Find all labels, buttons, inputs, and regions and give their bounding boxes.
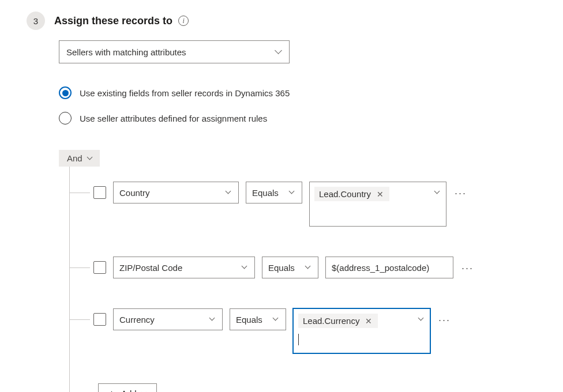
chevron-down-icon[interactable] bbox=[434, 189, 441, 196]
value-input[interactable]: Lead.Country ✕ bbox=[309, 182, 446, 227]
operator-selector[interactable]: Equals bbox=[262, 257, 318, 278]
chevron-down-icon bbox=[305, 264, 312, 271]
chevron-down-icon bbox=[289, 189, 296, 196]
value-input[interactable]: $(address_1_postalcode) bbox=[325, 257, 453, 278]
field-selector-value: Currency bbox=[119, 315, 155, 325]
section-title: Assign these records to i bbox=[54, 15, 189, 27]
chevron-down-icon bbox=[275, 48, 282, 55]
chevron-down-icon bbox=[226, 189, 232, 196]
operator-selector[interactable]: Equals bbox=[230, 308, 286, 330]
operator-selector-value: Equals bbox=[252, 188, 279, 198]
radio-existing-fields[interactable]: Use existing fields from seller records … bbox=[59, 86, 546, 99]
assign-target-selected: Sellers with matching attributes bbox=[66, 47, 186, 57]
remove-tag-icon[interactable]: ✕ bbox=[376, 190, 385, 199]
attribute-source-radio-group: Use existing fields from seller records … bbox=[59, 86, 546, 125]
value-tag-text: Lead.Country bbox=[319, 189, 371, 199]
radio-seller-attributes-label: Use seller attributes defined for assign… bbox=[80, 114, 267, 123]
value-text: $(address_1_postalcode) bbox=[332, 263, 429, 273]
field-selector[interactable]: Country bbox=[113, 182, 239, 203]
chevron-down-icon bbox=[87, 155, 94, 162]
field-selector-value: ZIP/Postal Code bbox=[119, 263, 182, 273]
add-condition-label: Add bbox=[121, 389, 137, 392]
step-number-badge: 3 bbox=[27, 12, 45, 30]
chevron-down-icon[interactable] bbox=[418, 316, 425, 323]
row-more-menu[interactable]: ··· bbox=[460, 259, 475, 278]
value-tag-text: Lead.Currency bbox=[303, 316, 359, 326]
radio-unselected-icon bbox=[59, 112, 72, 125]
row-more-menu[interactable]: ··· bbox=[453, 184, 468, 203]
chevron-down-icon bbox=[141, 390, 148, 393]
operator-selector-value: Equals bbox=[236, 315, 262, 325]
row-more-menu[interactable]: ··· bbox=[437, 311, 452, 330]
plus-icon: ＋ bbox=[107, 389, 117, 392]
operator-selector[interactable]: Equals bbox=[246, 182, 302, 203]
condition-row: Country Equals Lead.Country ✕ bbox=[70, 167, 546, 242]
condition-row: ZIP/Postal Code Equals $(address_1_posta… bbox=[70, 242, 546, 293]
chevron-down-icon bbox=[209, 316, 216, 323]
group-operator-dropdown[interactable]: And bbox=[59, 150, 100, 167]
text-cursor bbox=[298, 334, 299, 345]
condition-builder: And Country Equals bbox=[59, 150, 546, 392]
row-select-checkbox[interactable] bbox=[93, 261, 106, 274]
radio-selected-icon bbox=[59, 86, 72, 99]
chevron-down-icon bbox=[242, 264, 249, 271]
field-selector-value: Country bbox=[119, 188, 150, 198]
condition-row: Currency Equals Lead.Currency ✕ bbox=[70, 293, 546, 368]
value-tag: Lead.Currency ✕ bbox=[298, 314, 378, 328]
info-icon[interactable]: i bbox=[178, 16, 189, 26]
field-selector[interactable]: Currency bbox=[113, 308, 223, 330]
assign-target-dropdown[interactable]: Sellers with matching attributes bbox=[59, 40, 290, 63]
row-select-checkbox[interactable] bbox=[93, 186, 106, 199]
group-operator-label: And bbox=[67, 153, 82, 163]
add-condition-button[interactable]: ＋ Add bbox=[98, 383, 157, 392]
value-input[interactable]: Lead.Currency ✕ bbox=[293, 308, 430, 353]
field-selector[interactable]: ZIP/Postal Code bbox=[113, 257, 255, 278]
value-tag: Lead.Country ✕ bbox=[314, 187, 389, 201]
chevron-down-icon bbox=[273, 316, 280, 323]
section-title-text: Assign these records to bbox=[54, 15, 172, 27]
operator-selector-value: Equals bbox=[268, 263, 295, 273]
row-select-checkbox[interactable] bbox=[93, 313, 106, 326]
add-condition-row: ＋ Add bbox=[70, 368, 546, 392]
remove-tag-icon[interactable]: ✕ bbox=[364, 316, 373, 326]
radio-seller-attributes[interactable]: Use seller attributes defined for assign… bbox=[59, 112, 546, 125]
tree-connector-line bbox=[69, 167, 70, 392]
radio-existing-fields-label: Use existing fields from seller records … bbox=[80, 88, 290, 98]
